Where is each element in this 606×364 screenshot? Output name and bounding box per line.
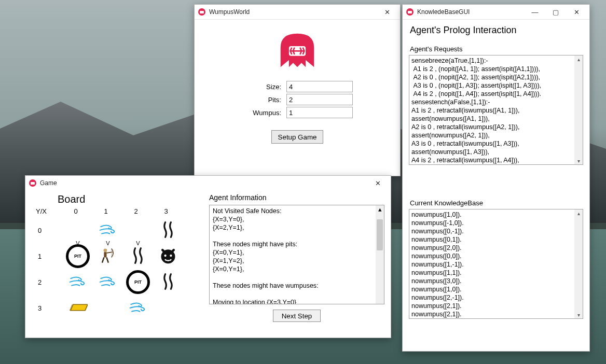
wumpus-input[interactable] <box>286 107 353 118</box>
kb-content: nowumpus([1,0]). nowumpus([-1,0]). nowum… <box>409 209 574 318</box>
stench-icon <box>161 220 175 241</box>
row-0: 0 <box>36 227 63 234</box>
cell-1-2: V <box>123 243 153 269</box>
archer-icon <box>99 245 117 268</box>
cell-0-0 <box>63 217 93 243</box>
cell-3-3 <box>153 295 183 321</box>
stench-icon <box>161 272 175 292</box>
wumpus-face-icon <box>159 246 177 267</box>
title-bar[interactable]: WumpusWorld ✕ <box>195 5 400 20</box>
info-heading: Agent Information <box>209 193 384 202</box>
visited-marker: V <box>136 240 140 246</box>
breeze-icon <box>69 274 87 290</box>
window-title: WumpusWorld <box>209 8 250 16</box>
title-bar[interactable]: KnowledeBaseGUI — ▢ ✕ <box>403 5 589 20</box>
next-step-button[interactable]: Next Step <box>273 310 321 322</box>
visited-marker: V <box>76 240 79 246</box>
wumpusworld-window: WumpusWorld ✕ Size: Pits: Wumpus: Setup … <box>194 4 401 176</box>
wumpus-label: Wumpus: <box>242 109 286 117</box>
requests-content: sensebreeze(aTrue,[1,1]):- A1 is 2 , (no… <box>409 55 574 164</box>
pit-icon: PIT <box>66 244 90 268</box>
row-3: 3 <box>36 304 63 312</box>
app-icon <box>29 179 37 187</box>
close-icon[interactable]: ✕ <box>368 176 388 190</box>
board-row: 0 <box>36 217 207 243</box>
agent-info-content: Not Visited Safe Nodes: {X=3,Y=0}, {X=2,… <box>210 205 376 304</box>
cell-0-2 <box>123 217 153 243</box>
col-1: 1 <box>91 207 121 215</box>
col-2: 2 <box>121 207 151 215</box>
breeze-icon <box>99 222 117 239</box>
cell-1-0: V PIT <box>63 243 93 269</box>
close-icon[interactable]: ✕ <box>567 5 586 19</box>
pits-label: Pits: <box>242 96 286 104</box>
stench-icon <box>131 246 145 267</box>
col-3: 3 <box>151 207 181 215</box>
knowledgebase-window: KnowledeBaseGUI — ▢ ✕ Agent's Prolog Int… <box>402 4 590 352</box>
scrollbar[interactable]: ▴ <box>376 205 384 304</box>
board-row: 1 V PIT V V <box>36 243 207 269</box>
kb-textarea[interactable]: nowumpus([1,0]). nowumpus([-1,0]). nowum… <box>409 209 583 319</box>
size-label: Size: <box>242 83 286 91</box>
minimize-icon[interactable]: — <box>525 5 545 19</box>
board-row: 3 <box>36 295 207 321</box>
agent-info-textarea[interactable]: Not Visited Safe Nodes: {X=3,Y=0}, {X=2,… <box>209 205 384 304</box>
app-icon <box>198 8 206 16</box>
cell-0-1 <box>93 217 123 243</box>
setup-game-button[interactable]: Setup Game <box>271 130 323 144</box>
close-icon[interactable]: ✕ <box>377 5 397 19</box>
board-pane: Board Y/X 0 1 2 3 0 <box>36 192 207 338</box>
scrollbar[interactable]: ▴▾ <box>574 209 583 318</box>
gold-icon <box>68 302 88 315</box>
board-heading: Board <box>58 193 207 205</box>
app-icon <box>406 8 414 16</box>
wumpus-logo-icon <box>275 28 320 74</box>
pits-input[interactable] <box>286 94 353 105</box>
cell-0-3 <box>153 217 183 243</box>
scrollbar[interactable]: ▴▾ <box>574 55 583 164</box>
board-row: 2 PIT <box>36 269 207 295</box>
col-0: 0 <box>61 207 91 215</box>
cell-1-3 <box>153 243 183 269</box>
row-1: 1 <box>36 253 63 260</box>
cell-2-2: PIT <box>123 269 153 295</box>
window-title: KnowledeBaseGUI <box>417 8 470 16</box>
kb-label: Current KnowledgeBase <box>410 199 582 207</box>
info-pane: Agent Information Not Visited Safe Nodes… <box>209 192 384 338</box>
breeze-icon <box>129 300 147 316</box>
cell-3-0 <box>63 295 93 321</box>
cell-2-3 <box>153 269 183 295</box>
cell-2-1 <box>93 269 123 295</box>
cell-3-1 <box>93 295 123 321</box>
cell-2-0 <box>63 269 93 295</box>
cell-1-1: V <box>93 243 123 269</box>
requests-textarea[interactable]: sensebreeze(aTrue,[1,1]):- A1 is 2 , (no… <box>409 55 583 165</box>
page-title: Agent's Prolog Interaction <box>410 25 582 36</box>
visited-marker: V <box>106 240 109 246</box>
breeze-icon <box>99 274 117 290</box>
game-window: Game ✕ Board Y/X 0 1 2 3 0 <box>25 175 391 338</box>
window-title: Game <box>40 179 57 187</box>
requests-label: Agent's Requests <box>410 45 582 53</box>
size-input[interactable] <box>286 81 353 92</box>
title-bar[interactable]: Game ✕ <box>25 176 391 190</box>
pit-icon: PIT <box>126 270 150 294</box>
column-headers: 0 1 2 3 <box>61 207 207 215</box>
row-2: 2 <box>36 278 63 286</box>
cell-3-2 <box>123 295 153 321</box>
yx-label: Y/X <box>36 207 47 215</box>
maximize-icon[interactable]: ▢ <box>546 5 566 19</box>
